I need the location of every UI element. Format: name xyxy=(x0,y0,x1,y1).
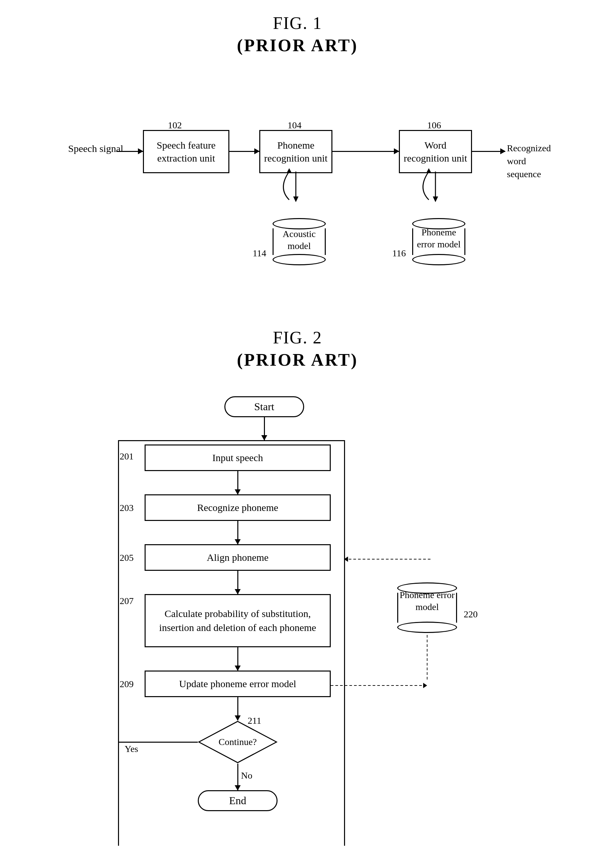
phoneme-error-model-label: Phoneme error model xyxy=(412,226,465,251)
ref-104: 104 xyxy=(288,120,301,131)
box-update-model: Update phoneme error model xyxy=(145,670,331,697)
arrow-signal-to-102 xyxy=(116,151,143,152)
fig2-title: FIG. 2 xyxy=(65,328,530,347)
arrow-106-to-recognized xyxy=(472,151,505,152)
arrow-102-to-104 xyxy=(229,151,259,152)
fig1-title: FIG. 1 xyxy=(65,13,530,33)
box-106: Word recognition unit xyxy=(399,130,472,173)
fig1-section: FIG. 1 (PRIOR ART) Speech signal Speech … xyxy=(65,13,530,308)
box-align-phoneme: Align phoneme xyxy=(145,544,331,571)
no-label: No xyxy=(241,770,252,781)
svg-marker-5 xyxy=(426,168,431,173)
ref-209: 209 xyxy=(120,679,134,689)
loop-right-line xyxy=(344,440,345,846)
continue-label: Continue? xyxy=(198,720,278,764)
svg-marker-2 xyxy=(286,168,292,173)
ref-201: 201 xyxy=(120,451,134,462)
svg-marker-10 xyxy=(423,683,427,688)
box-recognize-phoneme: Recognize phoneme xyxy=(145,495,331,521)
svg-marker-1 xyxy=(293,196,298,202)
end-oval: End xyxy=(198,790,278,811)
ref-106: 106 xyxy=(427,120,441,131)
no-arrow-down xyxy=(237,764,238,790)
ref-205: 205 xyxy=(120,552,134,563)
start-oval: Start xyxy=(224,396,304,417)
svg-marker-4 xyxy=(433,196,438,202)
arrow-205-down xyxy=(237,571,238,594)
ref-203: 203 xyxy=(120,503,134,513)
arrow-203-down xyxy=(237,521,238,544)
ref-220: 220 xyxy=(464,609,478,620)
box-102: Speech feature extraction unit xyxy=(143,130,229,173)
box-calculate-prob: Calculate probability of substitution, i… xyxy=(145,594,331,647)
ref-116: 116 xyxy=(392,248,406,258)
box-input-speech: Input speech xyxy=(145,444,331,471)
speech-signal-label: Speech signal xyxy=(68,142,123,156)
acoustic-model-label: Acoustic model xyxy=(273,228,326,252)
recognized-word-label: Recognized word sequence xyxy=(507,142,551,181)
arrow-201-down xyxy=(237,471,238,495)
fig1-diagram: Speech signal Speech feature extraction … xyxy=(65,75,530,308)
fig2-subtitle: (PRIOR ART) xyxy=(65,350,530,370)
loop-top-line xyxy=(118,440,344,441)
arrow-start-down xyxy=(264,417,265,440)
yes-horiz-line xyxy=(118,742,198,743)
ref-207: 207 xyxy=(120,596,134,607)
yes-label: Yes xyxy=(125,744,138,754)
dashed-vert-line xyxy=(427,635,428,682)
loop-left-line xyxy=(118,440,119,846)
diamond-continue: Continue? xyxy=(198,720,278,764)
dashed-arrow-to-align xyxy=(344,549,430,569)
ref-102: 102 xyxy=(168,120,182,131)
arrow-104-to-106 xyxy=(332,151,399,152)
ref-211: 211 xyxy=(248,715,261,726)
arrow-207-down xyxy=(237,647,238,670)
dashed-arrow-to-phoneme xyxy=(331,676,427,695)
fig2-diagram: Start 201 Input speech 203 Recognize pho… xyxy=(65,390,530,868)
fig1-subtitle: (PRIOR ART) xyxy=(65,35,530,55)
svg-marker-7 xyxy=(344,557,348,562)
ref-114: 114 xyxy=(252,248,266,258)
arrow-209-down xyxy=(237,697,238,720)
box-104: Phoneme recognition unit xyxy=(259,130,332,173)
fig2-section: FIG. 2 (PRIOR ART) Start 201 Input speec… xyxy=(65,328,530,868)
